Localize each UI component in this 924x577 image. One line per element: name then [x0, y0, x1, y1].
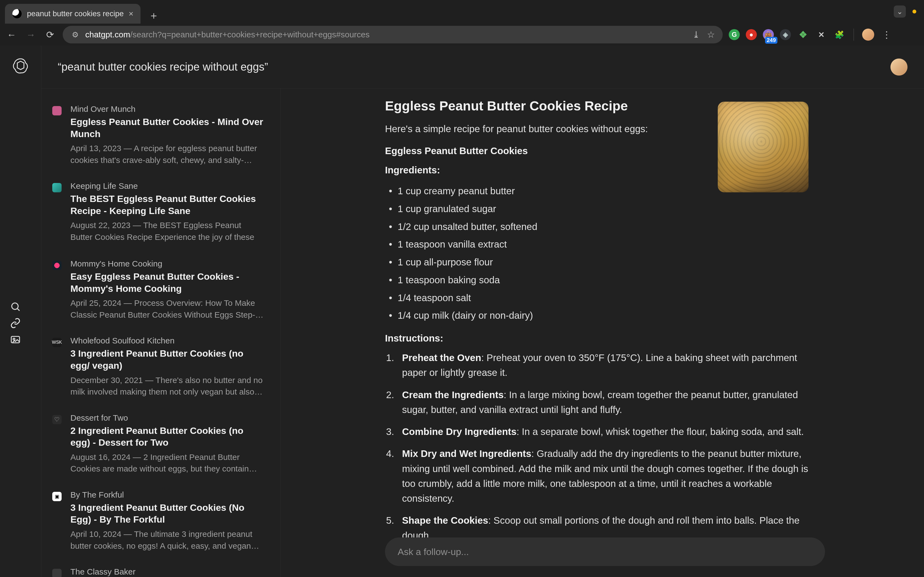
extension-icon[interactable]: ❖: [797, 29, 809, 41]
extensions-area: G ● 👜249 ◈ ❖ ✕ 🧩 ⋮: [729, 29, 896, 41]
source-snippet: April 10, 2024 — The ultimate 3 ingredie…: [70, 529, 264, 552]
sources-panel: Mind Over MunchEggless Peanut Butter Coo…: [41, 89, 281, 577]
source-title: The BEST Eggless Peanut Butter Cookies R…: [70, 193, 264, 217]
source-title: 3 Ingredient Peanut Butter Cookies (no e…: [70, 348, 264, 371]
browser-toolbar: ← → ⟳ ⚙ chatgpt.com/search?q=peanut+butt…: [0, 24, 924, 46]
instruction-step: Preheat the Oven: Preheat your oven to 3…: [385, 350, 814, 380]
browser-tab-active[interactable]: peanut butter cookies recipe ×: [5, 4, 141, 24]
ingredient-item: 1 teaspoon vanilla extract: [385, 235, 814, 253]
source-title: Eggless Peanut Butter Cookies - Mind Ove…: [70, 116, 264, 140]
source-site: Wholefood Soulfood Kitchen: [70, 336, 264, 345]
user-avatar[interactable]: [890, 58, 908, 76]
install-app-icon[interactable]: ⤓: [693, 29, 700, 40]
window-controls: ⌄: [894, 5, 916, 18]
source-site: By The Forkful: [70, 490, 264, 500]
source-result[interactable]: ♡Dessert for Two2 Ingredient Peanut Butt…: [50, 406, 267, 482]
instruction-step: Mix Dry and Wet Ingredients: Gradually a…: [385, 446, 814, 506]
ingredient-item: 1 cup all-purpose flour: [385, 253, 814, 271]
search-header: “peanut butter cookies recipe without eg…: [41, 46, 924, 89]
extension-icon[interactable]: 👜249: [763, 29, 774, 40]
svg-point-3: [13, 338, 15, 340]
ingredients-list: 1 cup creamy peanut butter1 cup granulat…: [385, 182, 814, 324]
ingredient-item: 1/4 teaspoon salt: [385, 289, 814, 307]
followup-bar[interactable]: [385, 537, 825, 566]
source-favicon: ♡: [52, 415, 61, 424]
source-favicon: [52, 106, 61, 115]
source-site: The Classy Baker: [70, 567, 264, 577]
source-title: 3 Ingredient Peanut Butter Cookies (No E…: [70, 502, 264, 525]
tab-favicon: [12, 9, 22, 19]
source-result[interactable]: WSKWholefood Soulfood Kitchen3 Ingredien…: [50, 328, 267, 405]
instructions-label: Instructions:: [385, 333, 814, 344]
source-snippet: April 25, 2024 — Process Overview: How T…: [70, 297, 264, 321]
rail-search-icon[interactable]: [10, 301, 21, 313]
extensions-menu-icon[interactable]: 🧩: [833, 29, 845, 41]
extension-icon[interactable]: G: [729, 29, 740, 40]
source-result[interactable]: The Classy BakerEggless Peanut Butter Co…: [50, 559, 267, 577]
url-text: chatgpt.com/search?q=peanut+butter+cooki…: [85, 30, 687, 39]
followup-input[interactable]: [397, 546, 813, 557]
source-favicon: [52, 183, 61, 192]
bookmark-icon[interactable]: ☆: [707, 29, 715, 40]
extension-icon[interactable]: ✕: [815, 29, 827, 41]
extension-icon[interactable]: ●: [746, 29, 757, 40]
ingredient-item: 1 cup creamy peanut butter: [385, 182, 814, 200]
extension-icon[interactable]: ◈: [780, 29, 791, 40]
source-result[interactable]: Mommy's Home CookingEasy Eggless Peanut …: [50, 251, 267, 328]
tab-title: peanut butter cookies recipe: [27, 9, 124, 18]
instruction-step: Cream the Ingredients: In a large mixing…: [385, 387, 814, 417]
profile-avatar[interactable]: [862, 29, 874, 41]
openai-logo[interactable]: [12, 56, 29, 74]
source-favicon: WSK: [52, 338, 61, 347]
instructions-list: Preheat the Oven: Preheat your oven to 3…: [385, 350, 814, 543]
source-favicon: [52, 261, 61, 270]
ingredient-item: 1 teaspoon baking soda: [385, 271, 814, 289]
site-info-icon[interactable]: ⚙: [70, 30, 80, 39]
source-snippet: April 13, 2023 — A recipe for eggless pe…: [70, 143, 264, 166]
source-site: Dessert for Two: [70, 413, 264, 422]
window-minimize-dot[interactable]: [913, 10, 916, 13]
close-tab-icon[interactable]: ×: [129, 9, 134, 18]
ingredient-item: 1 cup granulated sugar: [385, 200, 814, 218]
new-tab-button[interactable]: ＋: [145, 7, 162, 24]
browser-tab-strip: peanut butter cookies recipe × ＋ ⌄: [0, 0, 924, 24]
source-site: Keeping Life Sane: [70, 181, 264, 191]
source-snippet: December 30, 2021 — There's also no butt…: [70, 374, 264, 398]
search-query: “peanut butter cookies recipe without eg…: [58, 61, 268, 73]
source-site: Mommy's Home Cooking: [70, 259, 264, 268]
extension-badge: 249: [765, 37, 777, 44]
ingredient-item: 1/4 cup milk (dairy or non-dairy): [385, 307, 814, 324]
back-button[interactable]: ←: [5, 28, 18, 41]
source-snippet: August 22, 2023 — The BEST Eggless Peanu…: [70, 219, 264, 244]
source-site: Mind Over Munch: [70, 105, 264, 114]
source-result[interactable]: Mind Over MunchEggless Peanut Butter Coo…: [50, 97, 267, 174]
source-result[interactable]: Keeping Life SaneThe BEST Eggless Peanut…: [50, 174, 267, 251]
reload-button[interactable]: ⟳: [44, 28, 57, 41]
source-favicon: [52, 569, 61, 577]
page-content: “peanut butter cookies recipe without eg…: [0, 46, 924, 577]
svg-point-0: [12, 303, 18, 309]
answer-hero-image: [718, 102, 809, 192]
tab-overflow-button[interactable]: ⌄: [894, 5, 906, 18]
rail-links-icon[interactable]: [10, 318, 21, 330]
source-result[interactable]: ▣By The Forkful3 Ingredient Peanut Butte…: [50, 482, 267, 559]
source-snippet: August 16, 2024 — 2 Ingredient Peanut Bu…: [70, 451, 264, 475]
instruction-step: Combine Dry Ingredients: In a separate b…: [385, 424, 814, 439]
source-title: 2 Ingredient Peanut Butter Cookies (no e…: [70, 425, 264, 449]
rail-images-icon[interactable]: [10, 334, 21, 346]
ingredient-item: 1/2 cup unsalted butter, softened: [385, 218, 814, 236]
answer-panel: Eggless Peanut Butter Cookies Recipe Her…: [281, 89, 924, 577]
source-title: Easy Eggless Peanut Butter Cookies - Mom…: [70, 271, 264, 295]
svg-line-1: [18, 309, 19, 311]
address-bar[interactable]: ⚙ chatgpt.com/search?q=peanut+butter+coo…: [63, 26, 723, 44]
browser-menu-icon[interactable]: ⋮: [880, 29, 893, 40]
source-favicon: ▣: [52, 492, 61, 501]
forward-button[interactable]: →: [24, 28, 37, 41]
